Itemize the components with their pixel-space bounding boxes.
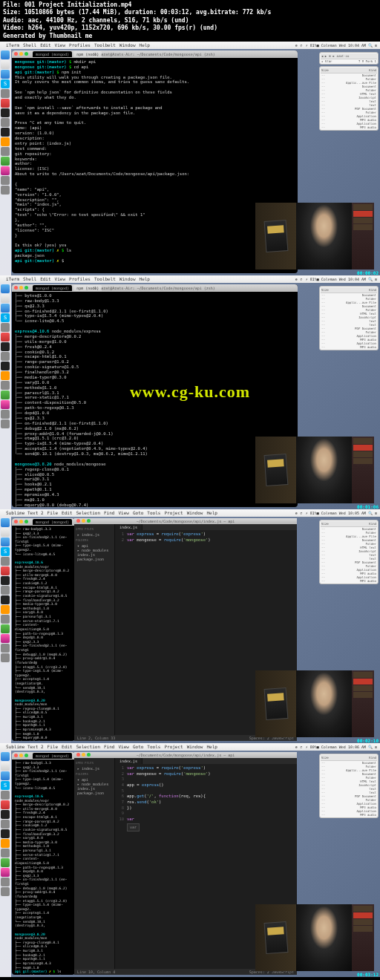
dock-app-icon[interactable]: [1, 128, 10, 137]
thumbnail-frame-2: iTerm Shell Edit View Profiles Toolbelt …: [0, 275, 380, 509]
editor-tab[interactable]: index.js: [115, 524, 142, 530]
timecode: 00:01:06: [357, 504, 379, 509]
thumbnail-frame-1: iTerm Shell Edit View Profiles Toolbelt …: [0, 42, 380, 275]
finder-icon[interactable]: [1, 50, 10, 59]
terminal-output[interactable]: ├── raw-body@1.3.3├── qs@2.3.3├── on-fin…: [12, 760, 75, 975]
clock[interactable]: Wed 10:04 AM: [339, 43, 366, 48]
dock-app-icon[interactable]: [1, 186, 10, 195]
editor-sidebar[interactable]: OPEN FILES ▸ index.js FOLDERS ▾ api ▸ no…: [74, 524, 115, 735]
dock-app-icon[interactable]: [1, 157, 10, 166]
webcam-overlay: [255, 203, 374, 270]
dock-app-icon[interactable]: [1, 99, 10, 108]
safari-icon[interactable]: [1, 60, 10, 69]
macos-dock[interactable]: S: [0, 283, 11, 509]
finder-windows[interactable]: SizeKind--Document--Folder--Applic...ave…: [319, 286, 379, 352]
user-name[interactable]: Coleman: [321, 43, 337, 48]
mail-icon[interactable]: [1, 70, 10, 79]
watermark: www.cg-ku.com: [130, 382, 250, 402]
macos-dock[interactable]: S: [0, 517, 11, 743]
close-icon[interactable]: [14, 52, 18, 56]
skype-icon[interactable]: S: [1, 79, 10, 88]
editor-sidebar[interactable]: OPEN FILES ▸ index.js FOLDERS ▾ api ▸ no…: [74, 758, 115, 969]
macos-menubar[interactable]: iTerm Shell Edit View Profiles Toolbelt …: [0, 42, 380, 49]
dock-app-icon[interactable]: [1, 89, 10, 98]
macos-menubar[interactable]: Sublime Text 2 File Edit Selection Find …: [0, 509, 380, 517]
macos-dock[interactable]: S: [0, 49, 11, 275]
window-title: ~/Documents/Code/mongoose/api/index.js —…: [137, 519, 235, 523]
sublime-icon[interactable]: [1, 137, 10, 146]
timecode: 00:03:12: [357, 972, 379, 977]
iterm-window-narrow[interactable]: mongod (mongod) ├── raw-body@1.3.3├── qs…: [12, 518, 75, 741]
iterm-icon[interactable]: [1, 108, 10, 117]
menu-app[interactable]: iTerm: [6, 42, 19, 48]
file-info-header: File: 001 Project Initialization.mp4 Siz…: [0, 0, 380, 42]
dock-app-icon[interactable]: [1, 176, 10, 185]
thumbnail-frame-3: Sublime Text 2 File Edit Selection Find …: [0, 509, 380, 743]
minimize-icon[interactable]: [19, 52, 23, 56]
thumbnail-frame-4: Sublime Text 2 File Edit Selection Find …: [0, 743, 380, 977]
webcam-overlay: [255, 437, 374, 503]
macos-menubar[interactable]: iTerm Shell Edit View Profiles Toolbelt …: [0, 275, 380, 283]
timecode: 00:02:10: [357, 738, 379, 743]
itunes-icon[interactable]: [1, 166, 10, 175]
wifi-icon[interactable]: ⊚ ᯤ ⚡ 81%■: [295, 43, 319, 48]
iterm-window-narrow[interactable]: mongod (mongod) ├── raw-body@1.3.3├── qs…: [12, 752, 75, 975]
webcam-overlay: [255, 670, 374, 737]
finder-windows[interactable]: ◀ ▶⊞ ≡azat-co ★ Star7 ∀ Fork 1 SizeKind-…: [319, 52, 379, 132]
macos-dock[interactable]: S: [0, 751, 11, 977]
dock-app-icon[interactable]: [1, 118, 10, 127]
window-title: 1. azat@Azats-Air: ~/Documents/Code/mong…: [94, 52, 215, 56]
macos-menubar[interactable]: Sublime Text 2 File Edit Selection Find …: [0, 743, 380, 751]
terminal-tab[interactable]: mongod (mongod): [33, 51, 72, 57]
webcam-overlay: [255, 904, 374, 971]
terminal-output[interactable]: ├── raw-body@1.3.3├── qs@2.3.3├── on-fin…: [12, 526, 75, 741]
spotlight-icon[interactable]: 🔍 ≡: [368, 43, 377, 48]
dock-app-icon[interactable]: [1, 147, 10, 156]
zoom-icon[interactable]: [24, 52, 28, 56]
timecode: 00:00:02: [357, 270, 379, 275]
